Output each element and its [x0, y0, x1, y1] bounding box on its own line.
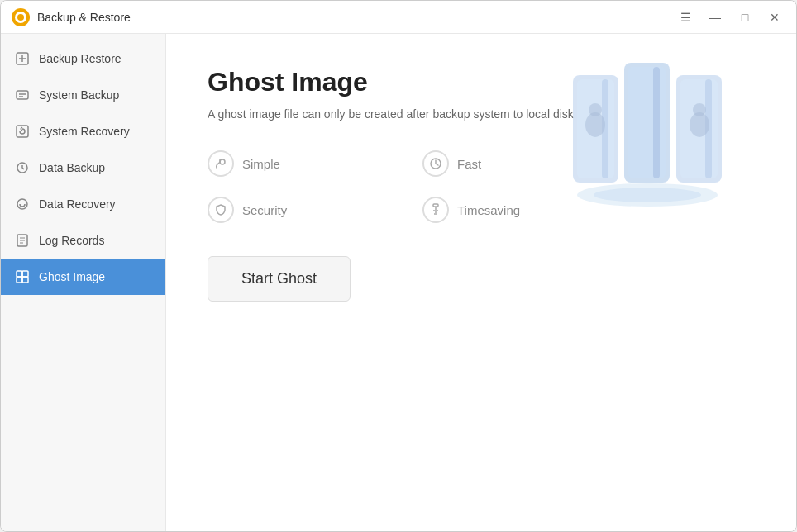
app-title: Backup & Restore [37, 11, 674, 24]
sidebar-item-ghost-image[interactable]: Ghost Image [1, 259, 165, 295]
app-logo [11, 7, 31, 27]
sidebar-label-data-backup: Data Backup [39, 161, 105, 174]
svg-rect-9 [17, 271, 22, 277]
feature-security-label: Security [242, 203, 287, 217]
sidebar-item-system-recovery[interactable]: System Recovery [1, 113, 165, 150]
main-layout: Backup Restore System Backup [1, 34, 796, 531]
menu-button[interactable]: ☰ [674, 6, 697, 29]
sidebar-item-log-records[interactable]: Log Records [1, 222, 165, 259]
window-controls: ☰ — □ ✕ [674, 6, 786, 29]
sidebar-label-ghost-image: Ghost Image [39, 270, 105, 283]
start-ghost-button[interactable]: Start Ghost [208, 256, 351, 302]
data-backup-icon [14, 159, 31, 176]
svg-point-23 [589, 103, 602, 116]
data-recovery-icon [14, 196, 31, 212]
timesaving-icon [422, 197, 449, 223]
svg-point-27 [594, 188, 701, 202]
ghost-illustration [556, 50, 738, 216]
sidebar-label-data-recovery: Data Recovery [39, 197, 116, 211]
sidebar-label-system-recovery: System Recovery [39, 125, 130, 138]
sidebar: Backup Restore System Backup [1, 34, 166, 531]
sidebar-label-backup-restore: Backup Restore [39, 52, 122, 65]
simple-icon [208, 150, 234, 177]
svg-rect-10 [22, 271, 28, 277]
maximize-button[interactable]: □ [733, 6, 756, 29]
feature-fast-label: Fast [457, 157, 481, 171]
close-button[interactable]: ✕ [763, 6, 786, 29]
ghost-image-icon [14, 268, 31, 285]
app-window: Backup & Restore ☰ — □ ✕ [0, 0, 797, 532]
log-records-icon [14, 232, 31, 249]
svg-rect-11 [17, 277, 22, 283]
sidebar-item-backup-restore[interactable]: Backup Restore [1, 40, 165, 77]
svg-point-25 [693, 103, 706, 116]
svg-rect-4 [17, 91, 28, 99]
content-inner: Ghost Image A ghost image file can only … [208, 67, 755, 302]
sidebar-item-system-backup[interactable]: System Backup [1, 77, 165, 113]
svg-point-2 [17, 14, 24, 21]
feature-simple-label: Simple [242, 157, 280, 171]
system-backup-icon [14, 87, 31, 103]
svg-rect-12 [22, 277, 28, 283]
svg-point-28 [220, 159, 225, 164]
feature-simple: Simple [208, 150, 373, 177]
system-recovery-icon [14, 123, 31, 140]
minimize-button[interactable]: — [704, 6, 727, 29]
sidebar-item-data-recovery[interactable]: Data Recovery [1, 186, 165, 222]
svg-rect-30 [433, 204, 438, 207]
sidebar-label-system-backup: System Backup [39, 88, 119, 102]
content-area: Ghost Image A ghost image file can only … [166, 34, 796, 531]
svg-rect-18 [653, 67, 660, 178]
sidebar-label-log-records: Log Records [39, 234, 104, 247]
fast-icon [422, 150, 449, 177]
sidebar-item-data-backup[interactable]: Data Backup [1, 150, 165, 186]
feature-security: Security [208, 197, 373, 223]
backup-restore-icon [14, 50, 31, 67]
titlebar: Backup & Restore ☰ — □ ✕ [1, 1, 796, 34]
feature-timesaving-label: Timesaving [457, 203, 520, 217]
security-icon [208, 197, 234, 223]
svg-rect-17 [628, 67, 666, 178]
svg-point-7 [17, 199, 27, 209]
